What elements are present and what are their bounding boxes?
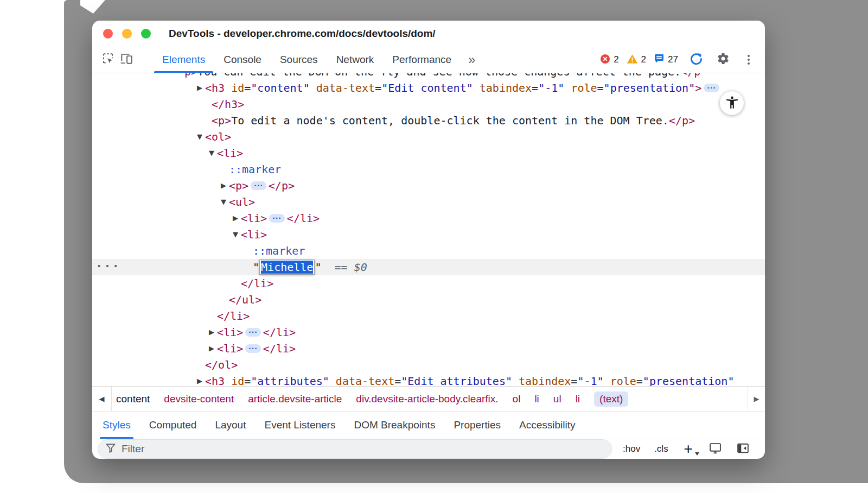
- dom-tree-line[interactable]: p>You can edit the DOM on the fly and se…: [92, 73, 765, 80]
- plus-icon: +: [684, 440, 692, 457]
- error-count: 2: [614, 54, 618, 65]
- dom-tree-line[interactable]: <p>To edit a node's content, double-clic…: [92, 112, 765, 129]
- dom-tree-line[interactable]: ▼<ul>: [92, 194, 765, 210]
- styles-tab-computed[interactable]: Computed: [140, 412, 206, 439]
- disclosure-right-icon[interactable]: ▶: [231, 210, 240, 226]
- styles-tab-styles[interactable]: Styles: [93, 412, 140, 439]
- disclosure-right-icon[interactable]: ▶: [195, 80, 204, 96]
- close-window-button[interactable]: [103, 29, 113, 39]
- styles-tab-dom-breakpoints[interactable]: DOM Breakpoints: [344, 412, 444, 439]
- breadcrumb-item[interactable]: article.devsite-article: [248, 393, 342, 405]
- minimize-window-button[interactable]: [122, 29, 132, 39]
- expand-inline-button[interactable]: ···: [251, 181, 266, 190]
- disclosure-right-icon[interactable]: ▶: [219, 178, 228, 194]
- inspect-icon: [101, 52, 115, 68]
- refresh-circle-button[interactable]: [687, 50, 705, 69]
- panel-left-arrow-icon: [736, 447, 750, 457]
- breadcrumb-item[interactable]: ol: [513, 393, 521, 405]
- expand-inline-button[interactable]: ···: [269, 214, 285, 223]
- dom-tree-line[interactable]: ::marker: [92, 161, 765, 178]
- disclosure-down-icon[interactable]: ▼: [207, 145, 216, 161]
- breadcrumb-item[interactable]: div.devsite-article-body.clearfix.: [356, 393, 498, 405]
- expand-inline-button[interactable]: ···: [245, 344, 261, 353]
- tab-network[interactable]: Network: [327, 47, 384, 73]
- rendering-emulations-button[interactable]: [709, 441, 722, 457]
- warning-badge[interactable]: 2: [627, 54, 646, 66]
- dom-tree-line[interactable]: ▶<h3 id="content" data-text="Edit conten…: [92, 80, 765, 96]
- styles-tab-properties[interactable]: Properties: [444, 412, 510, 439]
- breadcrumb-item[interactable]: li: [534, 393, 539, 405]
- styles-panel-tabs: StylesComputedLayoutEvent ListenersDOM B…: [92, 411, 765, 439]
- disclosure-down-icon[interactable]: ▼: [219, 194, 228, 210]
- dom-tree-line[interactable]: </h3>: [92, 96, 765, 112]
- disclosure-down-icon[interactable]: ▼: [195, 129, 204, 145]
- menu-button[interactable]: [741, 50, 756, 69]
- dom-tree-line[interactable]: ▼<li>: [92, 145, 765, 161]
- issues-count: 27: [668, 54, 678, 65]
- breadcrumb-scroll-left-button[interactable]: ◀: [92, 387, 112, 411]
- dom-tree-line[interactable]: ▶<p>···</p>: [92, 178, 765, 194]
- element-classes-button[interactable]: .cls: [654, 444, 668, 454]
- issues-badge[interactable]: 27: [654, 53, 678, 66]
- issues-icon: [654, 53, 665, 66]
- inline-edit-box[interactable]: Michelle: [259, 260, 315, 275]
- zoom-window-button[interactable]: [141, 29, 151, 39]
- chevron-right-icon: ▶: [754, 395, 760, 403]
- dom-tree-line[interactable]: ···"Michelle" == $0: [92, 259, 765, 275]
- filter-placeholder: Filter: [122, 443, 144, 455]
- inspect-element-button[interactable]: [99, 50, 117, 69]
- node-actions-dots[interactable]: ···: [95, 259, 120, 274]
- breadcrumb-item[interactable]: devsite-content: [164, 393, 234, 405]
- dom-tree-line[interactable]: ▼<ol>: [92, 129, 765, 145]
- toggle-element-state-button[interactable]: :hov: [623, 444, 640, 454]
- expand-inline-button[interactable]: ···: [704, 84, 719, 92]
- device-toolbar-icon: [119, 52, 133, 68]
- accessibility-button[interactable]: [720, 91, 744, 115]
- dom-tree-line[interactable]: ::marker: [92, 243, 765, 259]
- chevron-left-icon: ◀: [99, 395, 105, 403]
- new-style-rule-button[interactable]: +: [682, 443, 694, 455]
- kebab-menu-icon: [748, 55, 750, 65]
- tab-console[interactable]: Console: [214, 47, 271, 73]
- device-toolbar-button[interactable]: [117, 50, 136, 69]
- breadcrumb-item[interactable]: li: [576, 393, 580, 405]
- styles-tab-accessibility[interactable]: Accessibility: [510, 412, 584, 439]
- dom-tree-line[interactable]: ▼<li>: [92, 226, 765, 243]
- dom-tree-line[interactable]: ▶<li>···</li>: [92, 210, 765, 226]
- tab-performance[interactable]: Performance: [383, 47, 461, 73]
- dom-tree-line[interactable]: ▶<li>···</li>: [92, 340, 765, 357]
- status-badges: 2 2: [592, 53, 678, 66]
- dom-tree-line[interactable]: </ol>: [92, 357, 765, 373]
- more-tabs-button[interactable]: »: [463, 53, 481, 66]
- styles-tab-layout[interactable]: Layout: [206, 412, 255, 439]
- styles-filter-input[interactable]: Filter: [98, 439, 612, 459]
- expand-inline-button[interactable]: ···: [245, 328, 261, 337]
- warning-icon: [627, 54, 638, 66]
- devtools-window: DevTools - developer.chrome.com/docs/dev…: [92, 21, 765, 459]
- settings-button[interactable]: [714, 50, 732, 69]
- breadcrumb-item[interactable]: (text): [594, 391, 628, 407]
- breadcrumb-item[interactable]: content: [116, 393, 150, 405]
- tab-sources[interactable]: Sources: [271, 47, 327, 73]
- dom-tree-line[interactable]: </ul>: [92, 292, 765, 308]
- elements-panel: p>You can edit the DOM on the fly and se…: [92, 73, 765, 386]
- error-badge[interactable]: 2: [600, 54, 618, 66]
- caret-down-icon: [695, 452, 699, 456]
- disclosure-right-icon[interactable]: ▶: [195, 373, 204, 386]
- dom-tree-line[interactable]: </li>: [92, 308, 765, 324]
- styles-tab-event-listeners[interactable]: Event Listeners: [255, 412, 344, 439]
- dom-tree-line[interactable]: ▶<li>···</li>: [92, 324, 765, 340]
- tab-elements[interactable]: Elements: [153, 47, 214, 73]
- error-icon: [600, 54, 610, 66]
- funnel-icon: [105, 443, 116, 456]
- breadcrumb-scroll-right-button[interactable]: ▶: [748, 387, 765, 411]
- disclosure-right-icon[interactable]: ▶: [207, 324, 216, 340]
- dom-tree-line[interactable]: ▶<h3 id="attributes" data-text="Edit att…: [92, 373, 765, 386]
- breadcrumb-item[interactable]: ul: [553, 393, 561, 405]
- disclosure-right-icon[interactable]: ▶: [207, 340, 216, 357]
- toggle-sidebar-button[interactable]: [736, 441, 750, 457]
- gear-icon: [717, 52, 730, 67]
- main-toolbar: ElementsConsoleSourcesNetworkPerformance…: [92, 47, 765, 73]
- disclosure-down-icon[interactable]: ▼: [231, 226, 240, 243]
- dom-tree-line[interactable]: </li>: [92, 275, 765, 292]
